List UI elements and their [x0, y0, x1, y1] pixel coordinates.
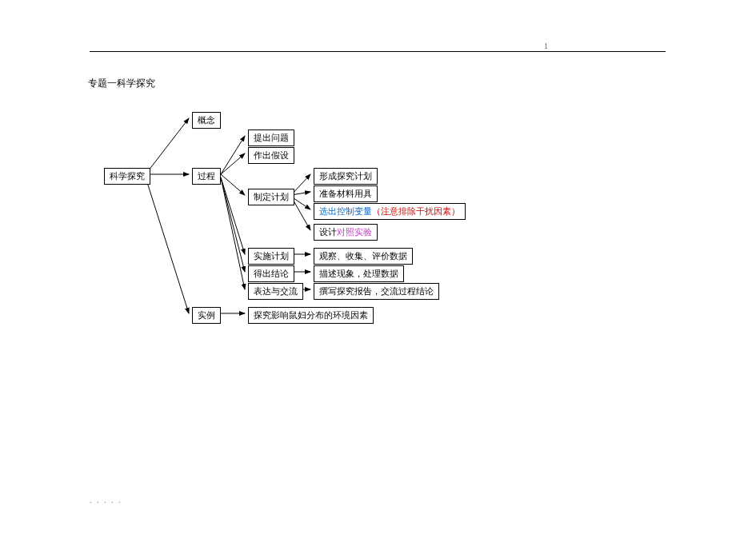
node-communicate-detail: 撰写探究报告，交流过程结论	[314, 283, 439, 300]
svg-line-8	[221, 177, 245, 289]
node-plan: 制定计划	[248, 189, 294, 205]
svg-line-4	[221, 153, 245, 174]
svg-line-0	[146, 118, 189, 174]
node-communicate: 表达与交流	[248, 283, 303, 300]
node-example: 实例	[192, 307, 221, 324]
svg-line-2	[146, 177, 189, 313]
plan-variable-main: 选出控制变量	[319, 206, 372, 216]
node-concept: 概念	[192, 112, 221, 129]
page: { "page_number": "1", "title": "专题一科学探究"…	[0, 0, 756, 534]
node-plan-variable: 选出控制变量（注意排除干扰因素）	[314, 203, 466, 220]
svg-line-6	[221, 177, 245, 254]
svg-line-3	[221, 136, 245, 174]
node-plan-formulate: 形成探究计划	[314, 168, 378, 185]
node-example-detail: 探究影响鼠妇分布的环境因素	[248, 307, 374, 324]
node-plan-materials: 准备材料用具	[314, 185, 378, 202]
plan-design-prefix: 设计	[319, 227, 337, 237]
node-implement-detail: 观察、收集、评价数据	[314, 248, 413, 265]
node-process: 过程	[192, 168, 221, 185]
node-conclude-detail: 描述现象，处理数据	[314, 265, 404, 282]
plan-design-emphasis: 对照实验	[337, 227, 372, 237]
node-hypothesis: 作出假设	[248, 147, 294, 164]
plan-variable-note: （注意排除干扰因素）	[372, 206, 460, 216]
footer-dots: . . . . .	[90, 496, 122, 504]
node-plan-design: 设计对照实验	[314, 224, 378, 241]
node-ask: 提出问题	[248, 130, 294, 146]
node-conclude: 得出结论	[248, 265, 294, 282]
node-implement: 实施计划	[248, 248, 294, 265]
node-root: 科学探究	[104, 168, 150, 185]
